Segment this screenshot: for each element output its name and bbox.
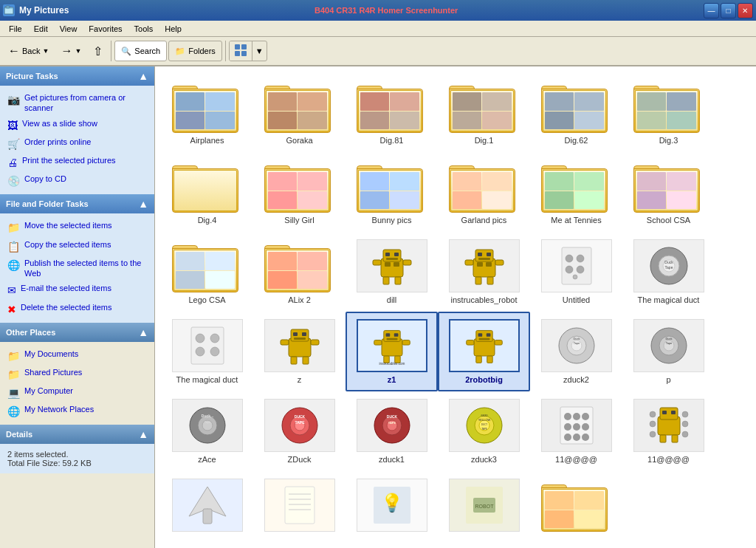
other-places-header[interactable]: Other Places ▲: [0, 323, 154, 342]
picture-tasks-header[interactable]: Picture Tasks ▲: [0, 66, 154, 86]
list-item[interactable]: DUCK TAPE ZDuck: [253, 391, 346, 471]
file-label: School CSA: [647, 216, 690, 225]
other-places-collapse[interactable]: ▲: [138, 326, 148, 338]
back-label: Back: [22, 47, 40, 55]
svg-point-122: [650, 411, 656, 417]
image-thumbnail: [449, 239, 520, 292]
minimize-button[interactable]: —: [704, 3, 719, 18]
content-area[interactable]: Airplanes Goraka: [155, 66, 756, 548]
list-item[interactable]: z: [253, 312, 346, 391]
svg-text:20m: 20m: [205, 426, 210, 429]
picture-tasks-collapse[interactable]: ▲: [138, 70, 148, 82]
view-mode-icon[interactable]: [230, 41, 252, 61]
list-item[interactable]: instrucables_robot: [438, 232, 530, 312]
file-label: Untitled: [563, 295, 590, 304]
list-item[interactable]: Dig.4: [161, 152, 253, 232]
sidebar-item-copy-cd[interactable]: 💿 Copy to CD: [0, 171, 154, 190]
menu-tools[interactable]: Tools: [128, 23, 159, 35]
details-header[interactable]: Details ▲: [0, 425, 154, 444]
list-item[interactable]: Garland pics: [438, 152, 530, 232]
menu-file[interactable]: File: [3, 23, 28, 35]
sidebar-item-shared-pics[interactable]: 📁 Shared Pictures: [0, 365, 154, 383]
file-folder-collapse[interactable]: ▲: [138, 198, 148, 210]
image-thumbnail: 6620 YELLOW DUCT TAPE: [449, 399, 520, 452]
sidebar-item-print-selected[interactable]: 🖨 Print the selected pictures: [0, 153, 154, 171]
svg-rect-50: [291, 357, 297, 364]
folder-thumbnail: [172, 239, 243, 292]
menu-edit[interactable]: Edit: [28, 23, 54, 35]
svg-rect-71: [466, 340, 473, 346]
list-item[interactable]: 2robotbig: [438, 312, 530, 391]
list-item[interactable]: Duck Tape zduck2: [530, 312, 622, 391]
sidebar-item-email[interactable]: ✉ E-mail the selected items: [0, 281, 154, 299]
list-item[interactable]: Dig.3: [622, 72, 715, 152]
svg-rect-14: [383, 277, 389, 284]
list-item[interactable]: Dig.62: [530, 72, 622, 152]
sidebar-item-publish[interactable]: 🌐 Publish the selected items to the Web: [0, 256, 154, 281]
list-item[interactable]: [161, 471, 253, 542]
sidebar-item-copy[interactable]: 📋 Copy the selected items: [0, 237, 154, 256]
sidebar-item-my-docs[interactable]: 📁 My Documents: [0, 346, 154, 365]
cd-icon: 💿: [7, 174, 20, 188]
maximize-button[interactable]: □: [721, 3, 736, 18]
list-item[interactable]: Duck Tape p: [622, 312, 715, 391]
folders-button[interactable]: 📁 Folders: [168, 41, 222, 61]
list-item[interactable]: School CSA: [622, 152, 715, 232]
svg-text:TAPE: TAPE: [295, 420, 305, 425]
sidebar-item-order-prints[interactable]: 🛒 Order prints online: [0, 134, 154, 153]
svg-rect-4: [241, 44, 247, 49]
sidebar-item-my-network[interactable]: 🌐 My Network Places: [0, 402, 154, 420]
folder-thumbnail: [449, 80, 520, 133]
menu-help[interactable]: Help: [159, 23, 188, 35]
details-collapse[interactable]: ▲: [138, 428, 148, 440]
list-item[interactable]: [530, 471, 622, 542]
svg-point-112: [582, 423, 589, 431]
list-item[interactable]: ALix 2: [253, 232, 346, 312]
sidebar-item-delete[interactable]: ✖ Delete the selected items: [0, 300, 154, 318]
close-button[interactable]: ✕: [738, 3, 753, 18]
list-item[interactable]: Untitled: [530, 232, 622, 312]
list-item[interactable]: 6620 YELLOW DUCT TAPE zduck3: [438, 391, 530, 471]
list-item[interactable]: Dig.1: [438, 72, 530, 152]
file-folder-header[interactable]: File and Folder Tasks ▲: [0, 194, 154, 213]
list-item[interactable]: DUCK TAPE zduck1: [346, 391, 438, 471]
menu-favorites[interactable]: Favorites: [83, 23, 128, 35]
svg-text:TAPE: TAPE: [481, 428, 487, 431]
view-dropdown-arrow[interactable]: ▼: [252, 44, 267, 58]
back-button[interactable]: ← Back ▼: [3, 39, 54, 63]
list-item[interactable]: [253, 471, 346, 542]
view-button[interactable]: ▼: [229, 41, 267, 61]
list-item[interactable]: Me at Tennies: [530, 152, 622, 232]
list-item[interactable]: 11@@@@: [622, 391, 715, 471]
sidebar-item-my-computer[interactable]: 💻 My Computer: [0, 383, 154, 402]
forward-button[interactable]: → ▼: [55, 39, 86, 63]
list-item[interactable]: Dig.81: [346, 72, 438, 152]
svg-rect-17: [403, 260, 411, 265]
list-item[interactable]: Silly Girl: [253, 152, 346, 232]
list-item[interactable]: dill: [346, 232, 438, 312]
list-item[interactable]: Duck... Tape 20m zAce: [161, 391, 253, 471]
up-button[interactable]: ⇧: [88, 39, 108, 63]
svg-point-113: [564, 434, 571, 441]
menu-view[interactable]: View: [54, 23, 83, 35]
svg-rect-25: [475, 277, 481, 284]
sidebar-item-slideshow[interactable]: 🖼 View as a slide show: [0, 116, 154, 134]
list-item[interactable]: Bunny pics: [346, 152, 438, 232]
list-item[interactable]: Lego CSA: [161, 232, 253, 312]
file-label: z1: [388, 375, 396, 384]
list-item[interactable]: ROBOT: [438, 471, 530, 542]
list-item[interactable]: 11@@@@: [530, 391, 622, 471]
image-thumbnail: [633, 399, 704, 452]
sidebar-item-get-camera[interactable]: 📷 Get pictures from camera or scanner: [0, 90, 154, 116]
svg-rect-40: [191, 327, 224, 364]
list-item[interactable]: Goraka: [253, 72, 346, 152]
list-item[interactable]: The magical duct: [161, 312, 253, 391]
list-item[interactable]: instrucables.com z1: [346, 312, 438, 391]
svg-rect-21: [487, 253, 491, 256]
search-button[interactable]: 🔍 Search: [114, 41, 167, 61]
list-item[interactable]: Duck Tape The magical duct: [622, 232, 715, 312]
list-item[interactable]: Airplanes: [161, 72, 253, 152]
list-item[interactable]: 💡: [346, 471, 438, 542]
svg-rect-69: [475, 356, 481, 363]
sidebar-item-move[interactable]: 📁 Move the selected items: [0, 218, 154, 236]
